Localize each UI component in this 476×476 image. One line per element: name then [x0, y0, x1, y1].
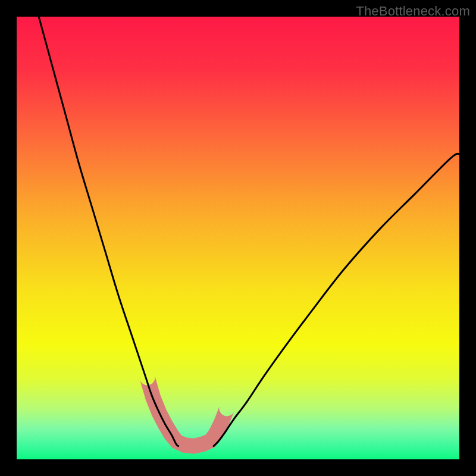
watermark-text: TheBottleneck.com — [356, 4, 470, 19]
bottleneck-chart — [17, 17, 459, 459]
chart-frame — [17, 17, 459, 459]
chart-background — [17, 17, 459, 459]
